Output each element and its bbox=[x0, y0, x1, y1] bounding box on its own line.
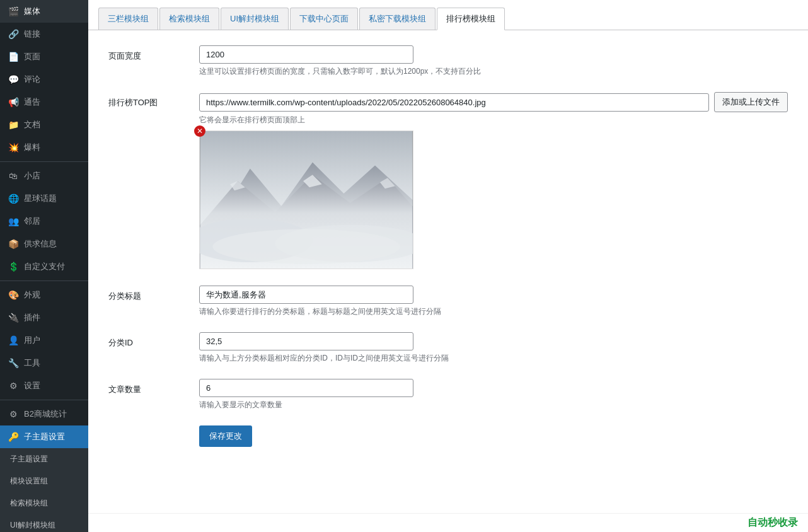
hint-article-count: 请输入要显示的文章数量 bbox=[199, 400, 788, 410]
form-row-article-count: 文章数量 请输入要显示的文章数量 bbox=[108, 379, 788, 410]
sidebar-item-shop[interactable]: 🛍 小店 bbox=[0, 165, 88, 187]
sidebar-item-label: 外观 bbox=[24, 289, 40, 301]
input-top-image-url[interactable] bbox=[199, 93, 709, 112]
sidebar-item-b2stats[interactable]: ⚙ B2商城统计 bbox=[0, 403, 88, 425]
hint-page-width: 这里可以设置排行榜页面的宽度，只需输入数字即可，默认为1200px，不支持百分比 bbox=[199, 66, 788, 77]
preview-image-svg bbox=[200, 131, 413, 269]
image-preview-wrap: ✕ bbox=[199, 130, 413, 269]
remove-image-button[interactable]: ✕ bbox=[194, 125, 205, 137]
tools-icon: 🔧 bbox=[8, 357, 19, 369]
form-row-category-title: 分类标题 请输入你要进行排行的分类标题，标题与标题之间使用英文逗号进行分隔 bbox=[108, 286, 788, 317]
appearance-icon: 🎨 bbox=[8, 289, 19, 301]
sidebar-item-child-theme[interactable]: 🔑 子主题设置 bbox=[0, 425, 88, 448]
supply-icon: 📦 bbox=[8, 238, 19, 250]
sidebar-sub-module-groups[interactable]: 模块设置组 bbox=[0, 470, 88, 492]
hint-category-title: 请输入你要进行排行的分类标题，标题与标题之间使用英文逗号进行分隔 bbox=[199, 306, 788, 317]
sidebar-item-label: 爆料 bbox=[24, 142, 40, 153]
sidebar-item-label: 评论 bbox=[24, 74, 40, 85]
svg-point-9 bbox=[212, 229, 400, 264]
input-page-width[interactable] bbox=[199, 45, 413, 64]
sidebar-item-label: 媒体 bbox=[24, 6, 40, 17]
tabs-bar: 三栏模块组 检索模块组 UI解封模块组 下载中心页面 私密下载模块组 排行榜模块… bbox=[88, 0, 808, 30]
input-category-title[interactable] bbox=[199, 286, 413, 304]
tab-ranking[interactable]: 排行榜模块组 bbox=[437, 8, 505, 30]
tab-private-download[interactable]: 私密下载模块组 bbox=[359, 8, 436, 30]
links-icon: 🔗 bbox=[8, 28, 19, 40]
form-control-category-title: 请输入你要进行排行的分类标题，标题与标题之间使用英文逗号进行分隔 bbox=[199, 286, 788, 317]
form-control-top-image: 添加或上传文件 它将会显示在排行榜页面顶部上 ✕ bbox=[199, 92, 788, 270]
input-category-id[interactable] bbox=[199, 332, 413, 350]
sidebar-sub-label: 检索模块组 bbox=[10, 498, 48, 509]
image-preview bbox=[199, 130, 413, 269]
sidebar-sub-label: UI解封模块组 bbox=[10, 520, 55, 531]
tab-download-center[interactable]: 下载中心页面 bbox=[290, 8, 358, 30]
sidebar-item-label: 邻居 bbox=[24, 216, 40, 227]
sidebar-item-topics[interactable]: 🌐 星球话题 bbox=[0, 187, 88, 210]
sidebar-item-comments[interactable]: 💬 评论 bbox=[0, 68, 88, 91]
sidebar-item-label: B2商城统计 bbox=[24, 408, 67, 420]
pages-icon: 📄 bbox=[8, 51, 19, 62]
tab-search[interactable]: 检索模块组 bbox=[159, 8, 219, 30]
form-row-category-id: 分类ID 请输入与上方分类标题相对应的分类ID，ID与ID之间使用英文逗号进行分… bbox=[108, 332, 788, 364]
plugins-icon: 🔌 bbox=[8, 312, 19, 323]
sidebar-item-tools[interactable]: 🔧 工具 bbox=[0, 352, 88, 374]
upload-button[interactable]: 添加或上传文件 bbox=[714, 92, 788, 112]
media-icon: 🎬 bbox=[8, 6, 19, 17]
image-url-row: 添加或上传文件 bbox=[199, 92, 788, 112]
input-article-count[interactable] bbox=[199, 379, 413, 397]
tab-ui-unseal[interactable]: UI解封模块组 bbox=[221, 8, 289, 30]
sidebar-item-supply[interactable]: 📦 供求信息 bbox=[0, 233, 88, 255]
sidebar-item-label: 设置 bbox=[24, 380, 40, 391]
sidebar-item-docs[interactable]: 📁 文档 bbox=[0, 113, 88, 136]
label-category-id: 分类ID bbox=[108, 332, 184, 349]
label-article-count: 文章数量 bbox=[108, 379, 184, 395]
save-button[interactable]: 保存更改 bbox=[199, 425, 252, 447]
sidebar-item-notices[interactable]: 📢 通告 bbox=[0, 91, 88, 113]
label-page-width: 页面宽度 bbox=[108, 45, 184, 62]
baoliao-icon: 💥 bbox=[8, 142, 19, 153]
form-control-article-count: 请输入要显示的文章数量 bbox=[199, 379, 788, 410]
sidebar-item-label: 插件 bbox=[24, 312, 40, 323]
footer-brand: 自动秒收录 bbox=[88, 513, 808, 532]
sidebar-item-baoliao[interactable]: 💥 爆料 bbox=[0, 136, 88, 159]
sidebar-item-neighbors[interactable]: 👥 邻居 bbox=[0, 210, 88, 233]
sidebar-item-label: 工具 bbox=[24, 357, 40, 369]
sidebar-item-users[interactable]: 👤 用户 bbox=[0, 329, 88, 352]
page-inner: 页面宽度 这里可以设置排行榜页面的宽度，只需输入数字即可，默认为1200px，不… bbox=[88, 30, 808, 513]
label-top-image: 排行榜TOP图 bbox=[108, 92, 184, 108]
sidebar-item-label: 链接 bbox=[24, 28, 40, 40]
docs-icon: 📁 bbox=[8, 119, 19, 130]
users-icon: 👤 bbox=[8, 335, 19, 346]
sidebar-sub-child-theme[interactable]: 子主题设置 bbox=[0, 448, 88, 470]
shop-icon: 🛍 bbox=[8, 170, 19, 182]
sidebar-item-label: 文档 bbox=[24, 119, 40, 130]
sidebar-item-media[interactable]: 🎬 媒体 bbox=[0, 0, 88, 23]
form-control-category-id: 请输入与上方分类标题相对应的分类ID，ID与ID之间使用英文逗号进行分隔 bbox=[199, 332, 788, 364]
label-category-title: 分类标题 bbox=[108, 286, 184, 302]
comments-icon: 💬 bbox=[8, 74, 19, 85]
sidebar-item-label: 供求信息 bbox=[24, 238, 57, 250]
sidebar-sub-search-module[interactable]: 检索模块组 bbox=[0, 492, 88, 514]
sidebar-sub-label: 模块设置组 bbox=[10, 476, 48, 487]
sidebar: 🎬 媒体 🔗 链接 📄 页面 💬 评论 📢 通告 📁 文档 💥 爆料 🛍 小店 … bbox=[0, 0, 88, 532]
tab-three-col[interactable]: 三栏模块组 bbox=[98, 8, 158, 30]
form-row-save: 保存更改 bbox=[108, 425, 788, 447]
sidebar-item-pages[interactable]: 📄 页面 bbox=[0, 45, 88, 68]
sidebar-item-label: 星球话题 bbox=[24, 193, 57, 204]
sidebar-item-label: 通告 bbox=[24, 96, 40, 108]
sidebar-item-settings[interactable]: ⚙ 设置 bbox=[0, 374, 88, 397]
notices-icon: 📢 bbox=[8, 96, 19, 108]
hint-category-id: 请输入与上方分类标题相对应的分类ID，ID与ID之间使用英文逗号进行分隔 bbox=[199, 353, 788, 364]
neighbors-icon: 👥 bbox=[8, 216, 19, 227]
sidebar-item-label: 子主题设置 bbox=[24, 431, 65, 442]
sidebar-item-appearance[interactable]: 🎨 外观 bbox=[0, 284, 88, 306]
sidebar-item-payment[interactable]: 💲 自定义支付 bbox=[0, 255, 88, 278]
b2stats-icon: ⚙ bbox=[8, 408, 19, 420]
sidebar-sub-ui-module[interactable]: UI解封模块组 bbox=[0, 514, 88, 532]
payment-icon: 💲 bbox=[8, 261, 19, 272]
sidebar-submenu: 子主题设置 模块设置组 检索模块组 UI解封模块组 下载中心页面 私密下载模块组… bbox=[0, 448, 88, 532]
sidebar-item-links[interactable]: 🔗 链接 bbox=[0, 23, 88, 45]
sidebar-item-plugins[interactable]: 🔌 插件 bbox=[0, 306, 88, 329]
form-row-page-width: 页面宽度 这里可以设置排行榜页面的宽度，只需输入数字即可，默认为1200px，不… bbox=[108, 45, 788, 77]
sidebar-item-label: 页面 bbox=[24, 51, 40, 62]
